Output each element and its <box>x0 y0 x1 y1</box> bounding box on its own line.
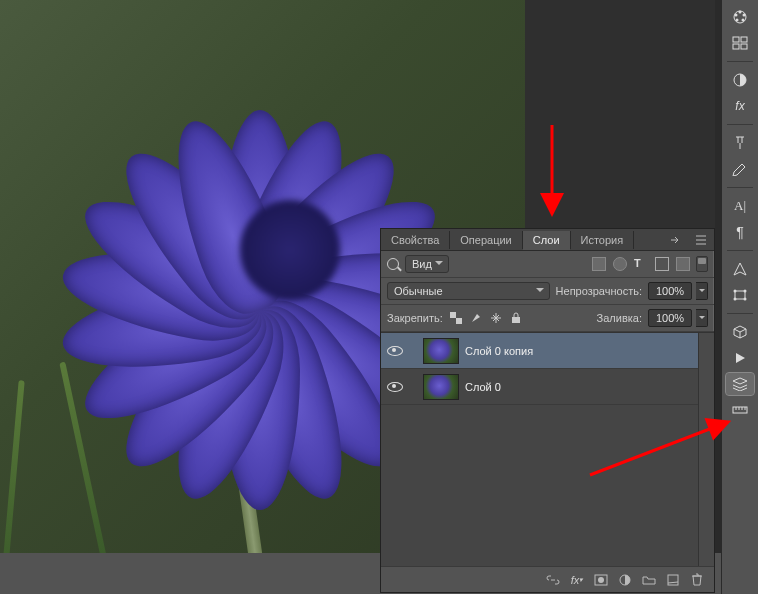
svg-rect-6 <box>668 575 678 585</box>
styles-icon[interactable]: fx <box>726 95 754 117</box>
svg-rect-2 <box>512 317 520 323</box>
filter-adjustment-icon[interactable] <box>613 257 627 271</box>
svg-point-12 <box>735 14 738 17</box>
svg-rect-13 <box>733 37 739 42</box>
lock-pixels-icon[interactable] <box>469 311 483 325</box>
filter-kind-select[interactable]: Вид <box>405 255 449 273</box>
navigator-icon[interactable] <box>726 258 754 280</box>
lock-all-icon[interactable] <box>509 311 523 325</box>
layer-thumbnail[interactable] <box>423 338 459 364</box>
tab-properties[interactable]: Свойства <box>381 231 450 249</box>
tab-actions[interactable]: Операции <box>450 231 522 249</box>
svg-point-22 <box>744 298 747 301</box>
svg-point-8 <box>739 11 742 14</box>
transform-icon[interactable] <box>726 284 754 306</box>
adjustment-layer-icon[interactable] <box>618 573 632 587</box>
fill-label: Заливка: <box>597 312 642 324</box>
lock-label: Закрепить: <box>387 312 443 324</box>
paragraph-icon[interactable]: ¶ <box>726 221 754 243</box>
opacity-stepper[interactable] <box>696 282 708 300</box>
layer-mask-icon[interactable] <box>594 573 608 587</box>
color-swatch-icon[interactable] <box>726 6 754 28</box>
measure-icon[interactable] <box>726 399 754 421</box>
new-layer-icon[interactable] <box>666 573 680 587</box>
tab-history[interactable]: История <box>571 231 635 249</box>
svg-point-9 <box>743 14 746 17</box>
svg-point-19 <box>734 290 737 293</box>
layer-style-icon[interactable]: fx▾ <box>570 573 584 587</box>
play-icon[interactable] <box>726 347 754 369</box>
blend-mode-value: Обычные <box>394 285 443 297</box>
panel-scrollbar[interactable] <box>698 333 714 566</box>
tab-layers[interactable]: Слои <box>523 231 571 250</box>
fill-value: 100% <box>656 312 684 324</box>
layers-icon[interactable] <box>726 373 754 395</box>
filter-smart-icon[interactable] <box>676 257 690 271</box>
layers-list[interactable]: Слой 0 копия Слой 0 <box>381 332 714 566</box>
layer-name[interactable]: Слой 0 копия <box>465 345 533 357</box>
filter-toggle[interactable] <box>696 256 708 272</box>
svg-point-10 <box>742 19 745 22</box>
group-icon[interactable] <box>642 573 656 587</box>
svg-rect-0 <box>450 312 456 318</box>
svg-point-11 <box>736 19 739 22</box>
svg-rect-16 <box>741 44 747 49</box>
link-layers-icon[interactable] <box>546 573 560 587</box>
panel-collapse-icon[interactable] <box>666 231 684 249</box>
opacity-label: Непрозрачность: <box>556 285 642 297</box>
svg-point-4 <box>598 577 604 583</box>
lock-transparent-icon[interactable] <box>449 311 463 325</box>
brush-icon[interactable] <box>726 158 754 180</box>
blend-mode-select[interactable]: Обычные <box>387 282 550 300</box>
visibility-toggle[interactable] <box>387 379 403 395</box>
svg-rect-1 <box>456 318 462 324</box>
svg-point-21 <box>734 298 737 301</box>
layer-row[interactable]: Слой 0 <box>381 369 698 405</box>
filter-shape-icon[interactable] <box>655 257 669 271</box>
swatches-icon[interactable] <box>726 32 754 54</box>
visibility-toggle[interactable] <box>387 343 403 359</box>
svg-rect-15 <box>733 44 739 49</box>
layer-thumbnail[interactable] <box>423 374 459 400</box>
layer-name[interactable]: Слой 0 <box>465 381 501 393</box>
cube-icon[interactable] <box>726 321 754 343</box>
svg-rect-18 <box>735 291 745 299</box>
opacity-field[interactable]: 100% <box>648 282 692 300</box>
blend-row: Обычные Непрозрачность: 100% <box>381 278 714 305</box>
brush-preset-icon[interactable] <box>726 132 754 154</box>
layer-row[interactable]: Слой 0 копия <box>381 333 698 369</box>
filter-type-icon[interactable]: T <box>634 257 648 271</box>
right-toolbar: fx A| ¶ <box>721 0 758 594</box>
fill-field[interactable]: 100% <box>648 309 692 327</box>
search-icon <box>387 258 399 270</box>
lock-row: Закрепить: Заливка: 100% <box>381 305 714 332</box>
panel-menu-icon[interactable] <box>692 231 710 249</box>
layers-footer: fx▾ <box>381 566 714 592</box>
opacity-value: 100% <box>656 285 684 297</box>
svg-point-20 <box>744 290 747 293</box>
character-icon[interactable]: A| <box>726 195 754 217</box>
delete-layer-icon[interactable] <box>690 573 704 587</box>
panel-tabs: Свойства Операции Слои История <box>381 229 714 251</box>
lock-position-icon[interactable] <box>489 311 503 325</box>
adjustments-icon[interactable] <box>726 69 754 91</box>
layer-filter-row: Вид T <box>381 251 714 278</box>
svg-rect-14 <box>741 37 747 42</box>
layers-panel: Свойства Операции Слои История Вид T Обы… <box>380 228 715 593</box>
fill-stepper[interactable] <box>696 309 708 327</box>
filter-pixel-icon[interactable] <box>592 257 606 271</box>
filter-kind-label: Вид <box>412 258 432 270</box>
